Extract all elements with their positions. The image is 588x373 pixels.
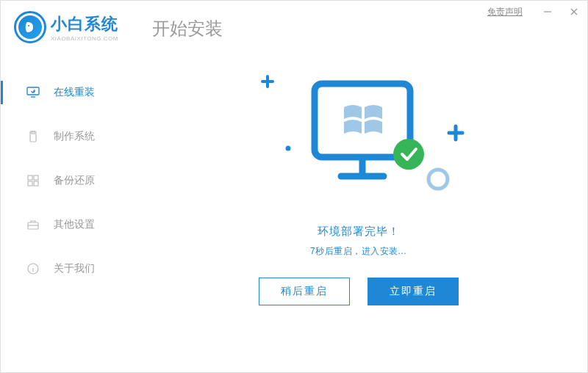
sidebar-item-label: 制作系统 <box>54 130 95 143</box>
briefcase-icon <box>26 217 40 232</box>
sidebar-item-label: 备份还原 <box>54 174 95 187</box>
page-title: 开始安装 <box>152 17 223 40</box>
brand-name: 小白系统 <box>51 13 118 35</box>
svg-point-26 <box>393 139 424 170</box>
restart-now-button[interactable]: 立即重启 <box>368 278 459 305</box>
usb-icon <box>26 129 40 144</box>
svg-rect-6 <box>30 131 36 142</box>
svg-rect-7 <box>32 131 35 134</box>
minimize-button[interactable] <box>534 1 561 23</box>
grid-icon <box>26 173 40 188</box>
sidebar: 在线重装 制作系统 备份还原 <box>1 70 129 291</box>
disclaimer-link[interactable]: 免责声明 <box>487 6 523 18</box>
svg-point-22 <box>429 170 448 189</box>
deployment-illustration <box>226 62 491 209</box>
status-message: 环境部署完毕！ <box>129 225 587 239</box>
svg-point-3 <box>28 25 29 26</box>
sidebar-item-make-system[interactable]: 制作系统 <box>1 115 129 159</box>
app-logo: 小白系统 XIAOBAIXITONG.COM <box>14 11 118 43</box>
svg-rect-8 <box>28 175 32 180</box>
close-button[interactable] <box>561 1 587 23</box>
sidebar-item-label: 关于我们 <box>54 262 95 275</box>
sidebar-item-label: 其他设置 <box>54 218 95 231</box>
svg-point-21 <box>285 146 290 151</box>
sidebar-item-label: 在线重装 <box>54 86 95 99</box>
countdown-message: 7秒后重启，进入安装... <box>129 245 587 258</box>
info-icon <box>26 261 40 276</box>
sidebar-item-online-reinstall[interactable]: 在线重装 <box>1 70 129 115</box>
brand-url: XIAOBAIXITONG.COM <box>51 35 118 42</box>
svg-rect-11 <box>34 181 38 186</box>
svg-rect-10 <box>28 181 32 186</box>
sidebar-item-about[interactable]: 关于我们 <box>1 247 129 291</box>
sidebar-item-other-settings[interactable]: 其他设置 <box>1 203 129 247</box>
restart-later-button[interactable]: 稍后重启 <box>259 278 350 305</box>
sidebar-item-backup-restore[interactable]: 备份还原 <box>1 159 129 203</box>
monitor-refresh-icon <box>26 85 40 100</box>
svg-rect-9 <box>34 175 38 180</box>
logo-icon <box>14 11 46 43</box>
